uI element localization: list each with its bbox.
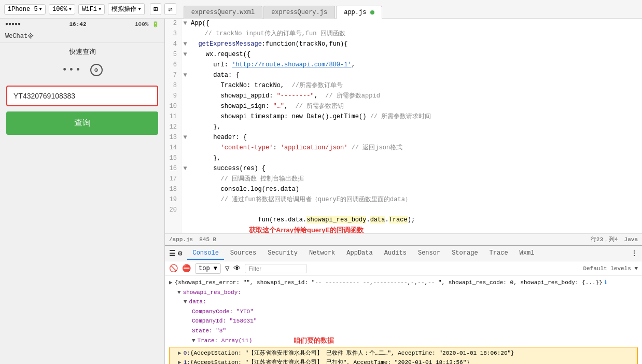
zoom-chevron: ▼	[69, 7, 72, 12]
log-level-selector[interactable]: Default levels ▼	[583, 265, 638, 272]
code-editor: 2 ▼ App({ 3 // trackNo input传入的订单号,fun 回…	[165, 19, 642, 233]
trace-row-0[interactable]: ▶ 0: {AcceptStation: "【江苏省淮安市淮水县公司】 已收件 …	[172, 348, 635, 358]
source-link[interactable]: ℹ	[605, 278, 607, 287]
code-line-11: 11 showapi_timestamp: new Date().getTime…	[165, 112, 642, 122]
devtools-tab-wxml[interactable]: Wxml	[514, 247, 540, 260]
devtools-tab-storage[interactable]: Storage	[446, 247, 483, 260]
wechat-label: WeChat令	[5, 32, 34, 40]
split-btn[interactable]: ⇌	[164, 3, 176, 15]
top-bar: iPhone 5 ▼ 100% ▼ WiFi ▼ 模拟操作 ▼ ⊞ ⇌ expr…	[0, 0, 642, 19]
search-bar: ••• ⊙	[0, 61, 164, 79]
unsaved-indicator	[370, 10, 374, 15]
code-line-12: 12 },	[165, 122, 642, 133]
code-line-14: 14 'content-type': 'application/json' //…	[165, 143, 642, 153]
battery-icon: 🔋	[152, 21, 159, 27]
code-line-3: 3 // trackNo input传入的订单号,fun 回调函数	[165, 29, 642, 39]
console-filter-input[interactable]	[245, 264, 307, 273]
console-line-main: ▶ {showapi_res_error: "", showapi_res_id…	[169, 278, 638, 288]
language: Java	[624, 236, 638, 243]
code-line-17: 17 // 回调函数 控制台输出数据	[165, 174, 642, 185]
cursor-position: 行23，列4	[591, 235, 618, 243]
annotation-text-data: 咱们要的数据	[294, 335, 334, 346]
action-selector[interactable]: 模拟操作 ▼	[108, 3, 144, 15]
tab-expressquery-wxml[interactable]: expressQuery.wxml	[184, 6, 262, 19]
devtools-tab-console[interactable]: Console	[187, 247, 224, 260]
devtools-tab-sources[interactable]: Sources	[225, 247, 261, 260]
clear-console-btn[interactable]: 🚫	[169, 264, 178, 273]
code-line-7: 7 ▼ data: {	[165, 71, 642, 81]
devtools-tab-network[interactable]: Network	[304, 247, 340, 260]
code-line-4: 4 ▼ getExpressMessage:function(trackNo,f…	[165, 39, 642, 50]
phone-simulator: ●●●●● 16:42 100% 🔋 WeChat令 快速查询 ••• ⊙ 查询	[0, 19, 165, 364]
body-label: showapi_res_body:	[183, 288, 241, 297]
query-button[interactable]: 查询	[6, 111, 158, 135]
code-line-5: 5 ▼ wx.request({	[165, 50, 642, 60]
file-path: /app.js	[169, 236, 193, 243]
scan-icon[interactable]: ⊙	[90, 64, 103, 76]
state-value: State: "3"	[192, 327, 226, 335]
zoom-selector[interactable]: 100% ▼	[49, 4, 75, 15]
devtools-toggle-btn[interactable]: ☰	[169, 249, 176, 258]
tracking-number-input[interactable]	[6, 86, 158, 106]
devtools-settings-btn[interactable]: ⚙	[178, 249, 182, 258]
tab-expressquery-js[interactable]: expressQuery.js	[263, 6, 335, 19]
signal-strength: ●●●●●	[5, 21, 21, 27]
expand-main-obj[interactable]: ▶	[169, 278, 173, 287]
code-line-9: 9 showapi_appid: "--------", // 所需参数appi…	[165, 91, 642, 102]
data-label: data:	[189, 298, 206, 306]
code-line-13: 13 ▼ header: {	[165, 133, 642, 143]
phone-device-bar: WeChat令	[0, 30, 164, 43]
console-line-companyid: CompanyId: "158031"	[169, 316, 638, 326]
expand-data[interactable]: ▼	[184, 298, 187, 306]
code-line-20: 20 fun(res.data.showapi_res_body.data.Tr…	[165, 205, 642, 233]
editor-status-bar: /app.js 845 B 行23，列4 Java	[165, 233, 642, 245]
tab-app-js[interactable]: app.js	[336, 6, 382, 19]
battery-status: 100% 🔋	[135, 21, 159, 27]
trace-row-1[interactable]: ▶ 1: {AcceptStation: "【江苏省淮安市淮水县公司】 已打包"…	[172, 358, 635, 364]
code-line-10: 10 showapi_sign: "…", // 所需参数密钥	[165, 102, 642, 112]
code-line-16: 16 ▼ success(res) {	[165, 164, 642, 174]
expand-trace[interactable]: ▼	[192, 337, 196, 345]
devtools-more[interactable]: ⋮	[631, 249, 638, 258]
network-selector[interactable]: WiFi ▼	[78, 4, 105, 15]
code-line-8: 8 TrackNo: trackNo, //所需参数订单号	[165, 81, 642, 91]
layout-btn[interactable]: ⊞	[150, 3, 161, 15]
filter-options-btn[interactable]: ▽	[225, 264, 229, 273]
code-line-18: 18 console.log(res.data)	[165, 185, 642, 195]
devtools-tab-audits[interactable]: Audits	[379, 247, 412, 260]
file-size: 845 B	[199, 236, 216, 243]
trace-label: Trace: Array(11)	[198, 337, 253, 345]
code-line-2: 2 ▼ App({	[165, 19, 642, 29]
console-line-trace: ▼ Trace: Array(11) 咱们要的数据	[169, 335, 638, 346]
trace-row-0-content: {AcceptStation: "【江苏省淮安市淮水县公司】 已收件 取件人：个…	[190, 349, 514, 358]
device-selector[interactable]: iPhone 5 ▼	[4, 4, 46, 15]
devtools-panel: ☰ ⚙ Console Sources Security Network App…	[165, 245, 642, 364]
devtools-toolbar: 🚫 ⛔ top ▼ ▽ 👁 Default levels ▼	[165, 261, 642, 276]
devtools-tab-trace[interactable]: Trace	[484, 247, 513, 260]
console-output: ▶ {showapi_res_error: "", showapi_res_id…	[165, 276, 642, 364]
devtools-tabs: ☰ ⚙ Console Sources Security Network App…	[165, 246, 642, 261]
phone-content: 查询	[0, 79, 164, 364]
code-line-6: 6 url: 'http://route.showapi.com/880-1',	[165, 60, 642, 71]
code-line-15: 15 },	[165, 153, 642, 164]
devtools-tab-appdata[interactable]: AppData	[341, 247, 378, 260]
more-options[interactable]: •••	[62, 65, 81, 75]
main-obj-content: {showapi_res_error: "", showapi_res_id: …	[175, 278, 603, 287]
expand-body[interactable]: ▼	[177, 288, 181, 297]
phone-time: 16:42	[69, 21, 86, 27]
devtools-tab-security[interactable]: Security	[262, 247, 303, 260]
inspect-btn[interactable]: 👁	[233, 264, 241, 273]
phone-status-bar: ●●●●● 16:42 100% 🔋	[0, 19, 164, 30]
action-chevron: ▼	[138, 7, 141, 12]
device-chevron: ▼	[39, 7, 42, 12]
console-line-body: ▼ showapi_res_body:	[169, 288, 638, 298]
stop-on-exception-btn[interactable]: ⛔	[182, 264, 191, 273]
annotation-arrow1: 获取这个Array传给queryE的回调函数	[249, 226, 364, 233]
devtools-tab-sensor[interactable]: Sensor	[413, 247, 445, 260]
page-title: 快速查询	[0, 43, 164, 61]
network-chevron: ▼	[99, 7, 101, 12]
trace-rows: ▶ 0: {AcceptStation: "【江苏省淮安市淮水县公司】 已收件 …	[169, 347, 638, 365]
context-selector[interactable]: top ▼	[195, 263, 221, 274]
console-line-data: ▼ data:	[169, 297, 638, 307]
trace-row-1-content: {AcceptStation: "【江苏省淮安市淮水县公司】 已打包", Acc…	[190, 358, 470, 364]
